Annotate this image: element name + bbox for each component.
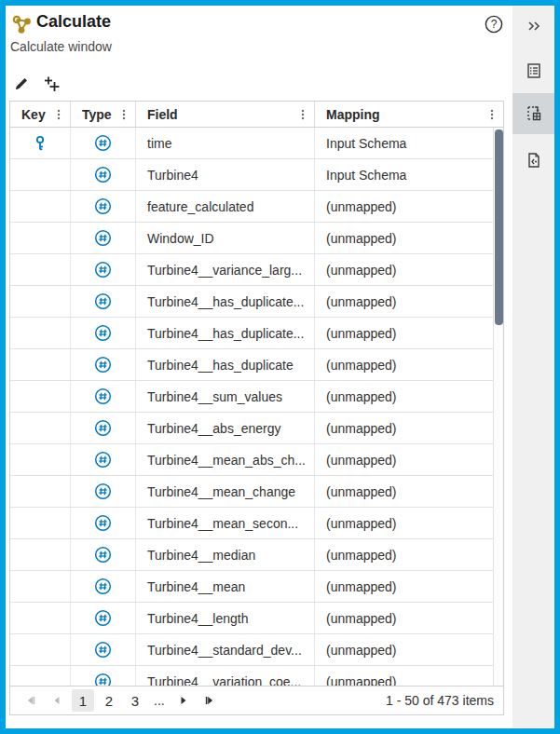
- key-cell: [10, 349, 71, 380]
- table-row[interactable]: time Input Schema: [10, 128, 493, 159]
- table-row[interactable]: Turbine4 Input Schema: [10, 159, 493, 191]
- previous-page-button[interactable]: [46, 689, 68, 712]
- table-row[interactable]: Turbine4__standard_dev... (unmapped): [10, 634, 493, 666]
- last-page-button[interactable]: [198, 689, 221, 712]
- table-row[interactable]: Turbine4__mean (unmapped): [10, 571, 493, 603]
- number-type-icon: [94, 609, 112, 627]
- network-nodes-icon: [12, 14, 33, 34]
- sidebar-item-output-schema[interactable]: [512, 93, 554, 134]
- page-button-2[interactable]: 2: [98, 689, 120, 712]
- key-cell: [10, 191, 71, 222]
- table-row[interactable]: Turbine4__variance_larg... (unmapped): [10, 254, 493, 286]
- number-type-icon: [94, 387, 112, 405]
- calculate-window: Calculate Calculate window ?: [0, 0, 560, 734]
- field-cell: Turbine4__mean_abs_ch...: [136, 444, 315, 475]
- kebab-menu-icon[interactable]: [51, 108, 66, 121]
- column-label: Mapping: [326, 107, 380, 122]
- field-cell: Turbine4__has_duplicate...: [136, 318, 315, 348]
- table-row[interactable]: Turbine4__has_duplicate... (unmapped): [10, 318, 493, 349]
- type-cell: [71, 254, 136, 285]
- number-type-icon: [94, 578, 112, 595]
- number-type-icon: [94, 292, 112, 310]
- key-cell: [10, 159, 71, 190]
- number-type-icon: [94, 261, 112, 279]
- sidebar-item-properties[interactable]: [512, 50, 554, 91]
- column-header-type: Type: [71, 102, 136, 127]
- number-type-icon: [94, 324, 112, 342]
- collapse-panel-button[interactable]: [512, 7, 554, 45]
- number-type-icon: [94, 451, 112, 469]
- field-cell: Turbine4__length: [136, 603, 315, 633]
- table-row[interactable]: Window_ID (unmapped): [10, 223, 493, 254]
- key-cell: [10, 381, 71, 412]
- key-cell: [10, 254, 71, 285]
- mapping-cell: (unmapped): [315, 539, 493, 570]
- table-row[interactable]: Turbine4__abs_energy (unmapped): [10, 413, 493, 444]
- number-type-icon: [94, 134, 112, 152]
- vertical-scrollbar[interactable]: [493, 128, 503, 686]
- key-cell: [10, 223, 71, 253]
- number-type-icon: [94, 514, 112, 532]
- field-cell: Turbine4: [136, 159, 315, 190]
- key-cell: [10, 539, 71, 570]
- table-row[interactable]: Turbine4__has_duplicate (unmapped): [10, 349, 493, 381]
- table-row[interactable]: Turbine4__sum_values (unmapped): [10, 381, 493, 413]
- field-cell: Turbine4__mean_change: [136, 476, 315, 507]
- type-cell: [71, 318, 136, 348]
- key-cell: [10, 603, 71, 633]
- page-button-1[interactable]: 1: [72, 689, 94, 712]
- mapping-cell: Input Schema: [315, 128, 493, 158]
- kebab-menu-icon[interactable]: [485, 108, 499, 121]
- key-cell: [10, 571, 71, 602]
- table-row[interactable]: feature_calculated (unmapped): [10, 191, 493, 223]
- type-cell: [71, 191, 136, 222]
- key-cell: [10, 476, 71, 507]
- mapping-cell: (unmapped): [315, 381, 493, 412]
- table-row[interactable]: Turbine4__mean_change (unmapped): [10, 476, 493, 508]
- number-type-icon: [94, 546, 112, 564]
- mapping-cell: (unmapped): [315, 191, 493, 222]
- mapping-cell: (unmapped): [315, 223, 493, 253]
- field-cell: Turbine4__median: [136, 539, 315, 570]
- edit-button[interactable]: [11, 73, 32, 95]
- mapping-cell: (unmapped): [315, 603, 493, 633]
- add-field-button[interactable]: [41, 73, 63, 95]
- next-page-button[interactable]: [172, 689, 195, 712]
- table-row[interactable]: Turbine4__variation_coe... (unmapped): [10, 666, 493, 686]
- page-button-3[interactable]: 3: [124, 689, 146, 712]
- type-cell: [71, 539, 136, 570]
- table-row[interactable]: Turbine4__length (unmapped): [10, 603, 493, 634]
- first-page-button[interactable]: [20, 689, 42, 712]
- mapping-cell: (unmapped): [315, 254, 493, 285]
- table-row[interactable]: Turbine4__mean_abs_ch... (unmapped): [10, 444, 493, 476]
- items-count-label: 1 - 50 of 473 items: [386, 693, 494, 708]
- table-row[interactable]: Turbine4__mean_secon... (unmapped): [10, 508, 493, 539]
- type-cell: [71, 508, 136, 538]
- field-cell: time: [136, 128, 315, 158]
- add-field-icon: [43, 75, 61, 93]
- field-cell: Turbine4__variance_larg...: [136, 254, 315, 285]
- kebab-menu-icon[interactable]: [116, 108, 131, 121]
- sidebar-item-data-source[interactable]: [512, 140, 554, 181]
- type-cell: [71, 349, 136, 380]
- number-type-icon: [94, 197, 112, 215]
- type-cell: [71, 444, 136, 475]
- main-panel: Calculate Calculate window ?: [6, 6, 512, 728]
- field-cell: Turbine4__sum_values: [136, 381, 315, 412]
- kebab-menu-icon[interactable]: [295, 108, 310, 121]
- field-cell: Turbine4__standard_dev...: [136, 634, 315, 665]
- type-cell: [71, 634, 136, 665]
- key-cell: [10, 318, 71, 348]
- type-cell: [71, 381, 136, 412]
- right-sidebar: [512, 6, 554, 728]
- table-row[interactable]: Turbine4__has_duplicate... (unmapped): [10, 286, 493, 318]
- column-label: Key: [21, 107, 46, 122]
- type-cell: [71, 413, 136, 443]
- type-cell: [71, 603, 136, 633]
- help-button[interactable]: ?: [484, 14, 504, 34]
- table-row[interactable]: Turbine4__median (unmapped): [10, 539, 493, 571]
- mapping-cell: (unmapped): [315, 476, 493, 507]
- number-type-icon: [94, 483, 112, 500]
- scrollbar-thumb[interactable]: [495, 129, 503, 325]
- table-rows: time Input Schema: [10, 128, 493, 686]
